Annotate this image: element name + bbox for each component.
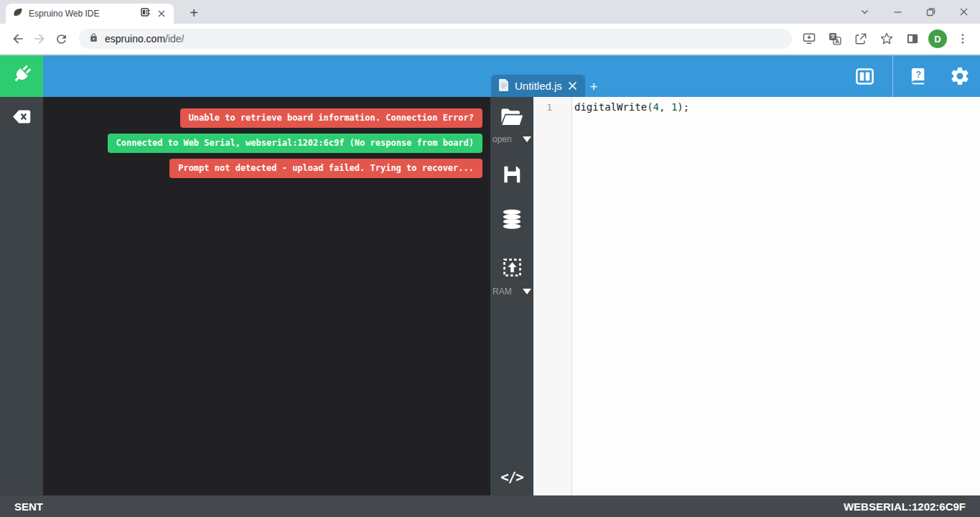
storage-button[interactable] [500,208,524,235]
toast-success-connected: Connected to Web Serial, webserial:1202:… [108,134,483,153]
browser-tab-strip: Espruino Web IDE + [0,0,980,24]
install-app-icon[interactable] [799,29,819,49]
save-file-button[interactable] [501,164,523,188]
open-label-row[interactable]: open [491,134,533,144]
code-token-arg1: 4 [653,101,659,113]
url-text: espruino.com/ide/ [105,33,185,45]
file-tab-untitled[interactable]: Untitled.js [491,75,585,97]
browser-tab-title: Espruino Web IDE [29,9,136,19]
backspace-clear-icon [11,114,32,126]
line-number-gutter: 1 [533,97,572,495]
header-separator [892,55,893,97]
middle-toolbar: open RAM </> [490,97,533,495]
window-close-icon[interactable] [947,0,980,24]
back-icon[interactable] [7,28,29,50]
code-token-close: ); [677,101,689,113]
url-host: espruino.com [105,33,165,45]
new-tab-button[interactable]: + [184,3,204,23]
upload-to-ram-button[interactable] [500,256,524,282]
window-restore-icon[interactable] [914,0,947,24]
plug-connect-icon [10,63,33,89]
refresh-icon[interactable] [50,28,72,50]
console-panel[interactable]: Unable to retrieve board information. Co… [43,97,490,495]
lock-icon [89,32,98,45]
window-controls [848,0,980,24]
save-floppy-icon [501,164,523,188]
tab-search-chevron-icon[interactable] [848,0,881,24]
settings-gear-icon[interactable] [949,65,971,87]
address-bar[interactable]: espruino.com/ide/ [79,29,792,49]
tab-memory-chip-icon [141,7,151,20]
status-right-connection: WEBSERIAL:1202:6C9F [844,500,966,513]
window-minimize-icon[interactable] [881,0,914,24]
toast-error-prompt: Prompt not detected - upload failed. Try… [169,159,482,178]
open-dropdown-icon[interactable] [523,136,531,142]
profile-avatar[interactable]: D [928,29,947,48]
espruino-favicon-icon [12,6,24,21]
ram-label: RAM [493,287,512,297]
tab-close-icon[interactable] [156,8,167,19]
ide-header-icons: ? [854,55,971,97]
file-document-icon [499,79,509,93]
code-area[interactable]: digitalWrite(4, 1); [572,97,689,495]
code-editor[interactable]: 1 digitalWrite(4, 1); [533,97,980,495]
browser-toolbar: espruino.com/ide/ D [0,24,980,54]
file-tab-close-icon[interactable] [568,81,577,90]
split-view-icon[interactable] [854,66,875,87]
code-token-open-paren: ( [647,101,653,113]
translate-icon[interactable] [825,29,845,49]
ram-label-row[interactable]: RAM [491,287,533,297]
browser-menu-kebab-icon[interactable] [953,29,973,49]
forward-icon[interactable] [29,28,50,50]
url-path: /ide/ [165,33,184,45]
toast-error-board-info: Unable to retrieve board information. Co… [180,108,482,128]
open-folder-icon [500,107,524,130]
ram-dropdown-icon[interactable] [523,289,531,294]
ide-main: Unable to retrieve board information. Co… [0,97,980,495]
left-sidebar [0,97,43,495]
help-book-icon[interactable]: ? [907,66,928,87]
status-bar: SENT WEBSERIAL:1202:6C9F [0,495,980,517]
line-number: 1 [533,102,552,113]
browser-action-icons: D [799,29,973,49]
side-panel-icon[interactable] [902,29,923,49]
open-label: open [493,134,512,144]
open-file-button[interactable] [500,107,524,130]
bookmark-star-icon[interactable] [877,29,897,49]
svg-text:?: ? [915,70,920,80]
database-storage-icon [500,208,524,235]
connect-button[interactable] [0,55,43,97]
code-token-fn: digitalWrite [574,101,647,113]
upload-ram-icon [500,256,524,282]
browser-tab[interactable]: Espruino Web IDE [6,4,174,24]
file-tab-label: Untitled.js [515,80,562,92]
ide-header: Untitled.js + ? [0,55,980,97]
share-icon[interactable] [851,29,871,49]
code-token-comma: , [659,101,671,113]
code-editor-toggle-icon[interactable]: </> [500,469,523,485]
new-file-button[interactable]: + [587,79,601,95]
clear-console-button[interactable] [11,109,32,127]
status-left-sent: SENT [14,500,43,513]
